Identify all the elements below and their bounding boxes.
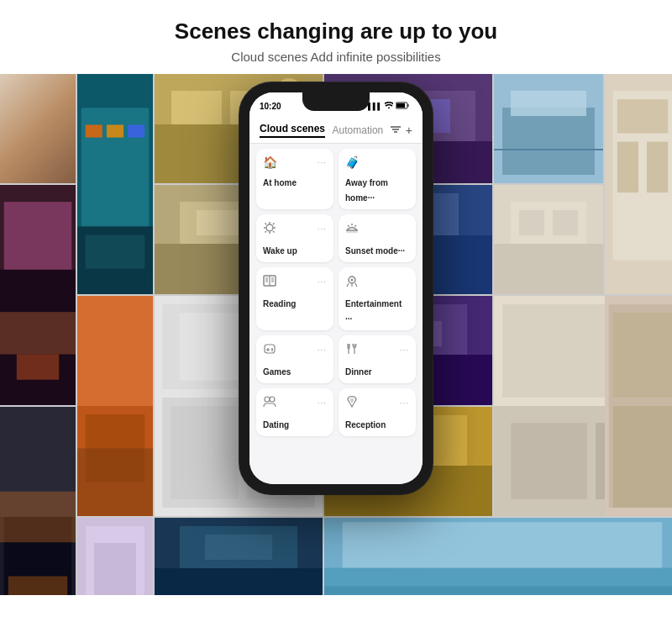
svg-rect-1 xyxy=(81,108,150,260)
svg-rect-74 xyxy=(86,526,144,595)
svg-rect-78 xyxy=(180,526,297,568)
svg-rect-67 xyxy=(0,492,76,542)
scenes-container: 🏠 ··· At home 🧳 Away from home··· xyxy=(249,144,423,484)
reading-icon xyxy=(263,274,276,290)
svg-rect-81 xyxy=(324,568,672,595)
scene-card-entertainment[interactable]: Entertainment ··· xyxy=(339,267,416,330)
at-home-icon: 🏠 xyxy=(263,155,277,169)
svg-rect-3 xyxy=(107,124,123,137)
scene-card-dating[interactable]: ··· Dating xyxy=(256,388,333,436)
scene-card-wake-up[interactable]: ··· Wake up xyxy=(256,214,333,262)
app-tabs: Cloud scenes Automation + xyxy=(260,123,412,138)
svg-rect-85 xyxy=(609,304,672,508)
wifi-icon xyxy=(385,102,393,110)
reading-label: Reading xyxy=(263,299,296,308)
svg-rect-2 xyxy=(86,124,102,137)
svg-rect-23 xyxy=(617,99,668,133)
svg-rect-5 xyxy=(77,226,153,294)
reading-dots[interactable]: ··· xyxy=(318,277,327,287)
svg-rect-84 xyxy=(605,296,672,516)
svg-rect-75 xyxy=(94,543,136,595)
dating-icon xyxy=(263,395,276,411)
tab-cloud-scenes[interactable]: Cloud scenes xyxy=(260,123,325,138)
svg-line-102 xyxy=(273,224,275,225)
svg-rect-66 xyxy=(4,517,72,595)
add-icon[interactable]: + xyxy=(406,124,412,137)
scene-card-dinner[interactable]: ··· Dinner xyxy=(339,335,416,383)
wake-up-icon xyxy=(263,221,276,237)
photo-20 xyxy=(605,296,672,516)
svg-rect-68 xyxy=(8,577,68,595)
scene-card-reading[interactable]: ··· Reading xyxy=(256,267,333,330)
svg-rect-87 xyxy=(613,406,672,508)
games-dots[interactable]: ··· xyxy=(318,345,327,355)
svg-rect-51 xyxy=(171,406,239,499)
svg-rect-65 xyxy=(0,407,76,517)
svg-point-120 xyxy=(271,348,273,350)
reception-dots[interactable]: ··· xyxy=(400,398,409,408)
svg-rect-86 xyxy=(613,313,672,398)
phone-notch xyxy=(302,92,370,111)
svg-rect-4 xyxy=(128,124,144,137)
svg-rect-9 xyxy=(171,91,222,124)
scene-card-away[interactable]: 🧳 Away from home··· xyxy=(339,149,416,209)
svg-rect-45 xyxy=(77,296,153,406)
phone-screen: 10:20 ▌▌▌ xyxy=(249,92,423,484)
dinner-dots[interactable]: ··· xyxy=(400,345,409,355)
reception-label: Reception xyxy=(345,420,386,430)
svg-rect-25 xyxy=(647,142,668,192)
svg-point-94 xyxy=(266,224,273,231)
svg-rect-62 xyxy=(511,423,587,499)
svg-line-100 xyxy=(273,231,275,233)
svg-point-124 xyxy=(265,397,270,402)
svg-rect-6 xyxy=(86,235,145,268)
dating-dots[interactable]: ··· xyxy=(318,398,327,408)
page-title: Scenes changing are up to you xyxy=(17,18,655,45)
svg-point-117 xyxy=(351,279,354,282)
svg-line-105 xyxy=(355,225,357,227)
dinner-label: Dinner xyxy=(345,367,372,377)
svg-rect-90 xyxy=(396,103,405,108)
scenes-row-4: ··· Games xyxy=(256,335,416,383)
photo-18 xyxy=(155,518,323,595)
at-home-label: At home xyxy=(263,178,297,187)
svg-rect-43 xyxy=(553,210,578,235)
photo-10 xyxy=(494,185,603,294)
svg-rect-76 xyxy=(155,518,323,595)
wake-up-label: Wake up xyxy=(263,246,297,256)
battery-icon xyxy=(396,102,409,111)
at-home-dots[interactable]: ··· xyxy=(318,158,327,167)
wake-up-dots[interactable]: ··· xyxy=(318,224,327,234)
app-header: Cloud scenes Automation + xyxy=(249,116,423,144)
status-icons: ▌▌▌ xyxy=(368,102,409,111)
svg-rect-42 xyxy=(519,210,544,235)
entertainment-label: Entertainment ··· xyxy=(345,299,402,324)
filter-icon[interactable] xyxy=(391,125,401,135)
scene-card-sunset[interactable]: Sunset mode··· xyxy=(339,214,416,262)
photo-6 xyxy=(605,74,672,294)
svg-rect-47 xyxy=(77,448,153,516)
scene-card-reception[interactable]: ··· Reception xyxy=(339,388,416,436)
photo-15 xyxy=(0,407,76,595)
dinner-icon xyxy=(345,342,359,358)
photo-11 xyxy=(77,296,153,516)
svg-rect-24 xyxy=(617,142,638,192)
svg-rect-18 xyxy=(502,108,595,175)
svg-rect-19 xyxy=(511,91,586,116)
svg-point-121 xyxy=(271,350,273,351)
svg-line-104 xyxy=(348,225,349,227)
svg-rect-27 xyxy=(0,270,76,405)
scene-card-at-home[interactable]: 🏠 ··· At home xyxy=(256,149,333,209)
photo-1 xyxy=(0,74,76,183)
svg-rect-83 xyxy=(324,586,672,595)
away-icon: 🧳 xyxy=(345,155,360,169)
scene-card-games[interactable]: ··· Games xyxy=(256,335,333,383)
page-subtitle: Cloud scenes Add infinite possibilities xyxy=(17,50,655,64)
svg-rect-26 xyxy=(0,185,76,405)
tab-automation[interactable]: Automation xyxy=(333,124,384,136)
phone-mockup: 10:20 ▌▌▌ xyxy=(239,82,433,494)
entertainment-icon xyxy=(345,274,359,290)
svg-rect-79 xyxy=(205,535,272,560)
svg-rect-64 xyxy=(0,407,76,595)
svg-rect-29 xyxy=(0,312,76,354)
